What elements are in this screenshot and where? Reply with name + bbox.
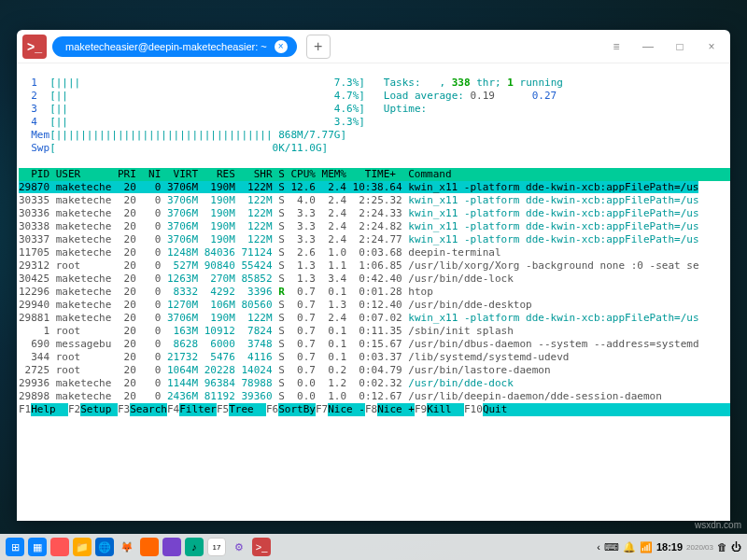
titlebar: >_ maketecheasier@deepin-maketecheasier:…	[17, 30, 730, 63]
terminal-app-icon: >_	[22, 35, 47, 59]
taskbar[interactable]: ⊞ ▦ 📁 🌐 🦊 ♪ 17 ⚙ >_ ‹ ⌨ 🔔 📶 18:19 2020/0…	[0, 534, 747, 560]
menu-button[interactable]: ≡	[603, 34, 629, 60]
tab-close-icon[interactable]: ×	[275, 40, 288, 53]
tray-power-icon[interactable]: ⏻	[731, 541, 741, 553]
tray-bell-icon[interactable]: 🔔	[623, 541, 636, 553]
tab-title: maketecheasier@deepin-maketecheasier: ~	[65, 41, 267, 52]
watermark: wsxdn.com	[695, 520, 741, 530]
tray-keyboard-icon[interactable]: ⌨	[604, 541, 619, 553]
terminal-content[interactable]: 1 [|||| 7.3%] Tasks: , 338 thr; 1 runnin…	[17, 63, 730, 521]
tray-chevron-icon[interactable]: ‹	[597, 541, 600, 553]
terminal-tab[interactable]: maketecheasier@deepin-maketecheasier: ~ …	[52, 36, 297, 57]
files-icon[interactable]: 📁	[73, 538, 92, 556]
tray-trash-icon[interactable]: 🗑	[717, 541, 727, 553]
close-button[interactable]: ×	[698, 34, 725, 60]
app-icon-3[interactable]	[162, 538, 181, 556]
multitask-icon[interactable]: ▦	[28, 538, 47, 556]
clock[interactable]: 18:19	[656, 541, 683, 553]
minimize-button[interactable]: —	[635, 34, 661, 60]
music-icon[interactable]: ♪	[185, 538, 204, 556]
new-tab-button[interactable]: +	[306, 35, 331, 59]
terminal-taskbar-icon[interactable]: >_	[252, 538, 271, 556]
firefox-icon[interactable]: 🦊	[118, 538, 136, 556]
tray-wifi-icon[interactable]: 📶	[640, 541, 653, 553]
app-icon-1[interactable]	[50, 538, 69, 556]
launcher-icon[interactable]: ⊞	[6, 538, 24, 556]
browser-icon[interactable]: 🌐	[95, 538, 114, 556]
settings-icon[interactable]: ⚙	[230, 538, 248, 556]
date: 2020/03	[686, 543, 713, 552]
maximize-button[interactable]: □	[667, 34, 693, 60]
calendar-icon[interactable]: 17	[207, 538, 226, 556]
app-icon-2[interactable]	[140, 538, 159, 556]
terminal-window: >_ maketecheasier@deepin-maketecheasier:…	[17, 30, 730, 521]
